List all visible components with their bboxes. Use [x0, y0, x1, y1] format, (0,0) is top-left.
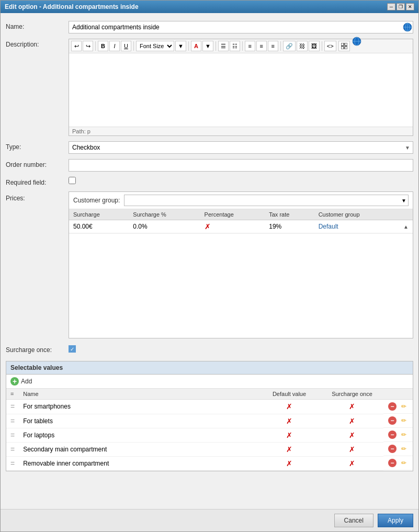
- separator-3: [188, 41, 189, 51]
- col-drag: =: [6, 389, 19, 400]
- row-actions: − ✏: [383, 442, 413, 456]
- name-input[interactable]: [69, 21, 413, 33]
- italic-button[interactable]: I: [109, 41, 120, 51]
- row-surcharge-once: ✗: [321, 442, 383, 456]
- restore-button[interactable]: ❐: [397, 3, 405, 10]
- edit-button[interactable]: ✏: [399, 444, 409, 454]
- close-button[interactable]: ✕: [406, 3, 414, 10]
- rte-toolbar: ↩ ↪ B I U Font Size 8 10 12 14: [69, 39, 413, 53]
- separator-5: [242, 41, 243, 51]
- prices-row-scroll-up[interactable]: ▲: [403, 224, 409, 230]
- drag-handle-icon[interactable]: =: [10, 431, 15, 439]
- header-actions: [399, 209, 413, 220]
- rte-path: Path: p: [69, 127, 413, 135]
- delete-icon: −: [388, 402, 397, 411]
- redo-button[interactable]: ↪: [83, 41, 93, 51]
- selectable-table-header: = Name Default value Surcharge once: [6, 389, 413, 400]
- header-tax-rate: Tax rate: [265, 209, 314, 220]
- underline-button[interactable]: U: [121, 41, 131, 51]
- delete-button[interactable]: −: [388, 444, 397, 454]
- drag-handle-icon[interactable]: =: [10, 417, 15, 425]
- required-field-wrapper: [69, 177, 413, 186]
- delete-button[interactable]: −: [388, 458, 397, 468]
- row-default-value: ✗: [258, 428, 321, 442]
- customer-group-select-wrapper: Default ▼: [124, 195, 409, 206]
- delete-icon: −: [388, 431, 397, 439]
- bg-color-button[interactable]: ▼: [202, 41, 213, 51]
- row-default-value: ✗: [258, 456, 321, 470]
- svg-rect-6: [341, 47, 344, 49]
- ul-button[interactable]: ☰: [218, 41, 229, 51]
- separator-4: [216, 41, 216, 51]
- drag-handle-icon[interactable]: =: [10, 459, 15, 468]
- align-left-button[interactable]: ≡: [245, 41, 255, 51]
- cell-surcharge: 50.00€: [69, 220, 129, 233]
- source-button[interactable]: <>: [324, 41, 336, 51]
- edit-icon: ✏: [400, 402, 408, 411]
- svg-rect-4: [341, 43, 344, 46]
- link-button[interactable]: 🔗: [283, 41, 296, 51]
- cancel-button[interactable]: Cancel: [334, 514, 373, 527]
- row-name: For smartphones: [19, 400, 258, 414]
- prices-row: Prices: Customer group: Default ▼: [1, 189, 418, 341]
- font-size-dropdown[interactable]: ▼: [175, 41, 186, 51]
- row-surcharge-once: ✗: [321, 428, 383, 442]
- description-label: Description:: [6, 39, 69, 48]
- order-number-input[interactable]: [69, 159, 413, 172]
- unlink-button[interactable]: ⛓: [297, 41, 308, 51]
- surcharge-once-checkbox[interactable]: ✓: [69, 345, 76, 353]
- delete-button[interactable]: −: [388, 430, 397, 439]
- edit-icon: ✏: [400, 445, 408, 453]
- main-window: Edit option - Additional compartments in…: [0, 0, 419, 532]
- type-select[interactable]: Checkbox Text Select Radio: [69, 141, 413, 154]
- selectable-table: = Name Default value Surcharge once = Fo…: [6, 389, 413, 471]
- image-button[interactable]: 🖼: [309, 41, 320, 51]
- row-name: For laptops: [19, 428, 258, 442]
- prices-table-row: 50.00€ 0.0% ✗ 19% Default ▲: [69, 220, 413, 233]
- customer-group-select[interactable]: Default: [124, 195, 409, 206]
- separator-6: [280, 41, 281, 51]
- separator-1: [95, 41, 96, 51]
- font-color-button[interactable]: A: [191, 41, 201, 51]
- drag-handle-cell: =: [6, 456, 19, 470]
- delete-button[interactable]: −: [388, 416, 397, 425]
- rte-body[interactable]: [69, 53, 413, 127]
- undo-button[interactable]: ↩: [71, 41, 82, 51]
- delete-button[interactable]: −: [388, 402, 397, 411]
- default-value-x: ✗: [286, 402, 292, 411]
- edit-button[interactable]: ✏: [399, 430, 409, 439]
- globe-icon[interactable]: [403, 22, 412, 32]
- add-button[interactable]: + Add: [10, 377, 32, 386]
- edit-icon: ✏: [400, 431, 408, 439]
- order-number-row: Order number:: [1, 156, 418, 174]
- required-field-label: Required field:: [6, 177, 69, 186]
- customer-group-row: Customer group: Default ▼: [69, 192, 413, 209]
- row-actions: − ✏: [383, 456, 413, 470]
- selectable-values-section: Selectable values + Add = Name Default v…: [6, 361, 413, 471]
- required-checkbox[interactable]: [69, 177, 76, 184]
- bold-button[interactable]: B: [98, 41, 108, 51]
- rte-globe-icon[interactable]: [352, 37, 361, 46]
- window-title: Edit option - Additional compartments in…: [5, 3, 139, 10]
- align-right-button[interactable]: ≡: [268, 41, 278, 51]
- col-actions: [383, 389, 413, 400]
- order-number-field-wrapper: [69, 159, 413, 172]
- apply-button[interactable]: Apply: [378, 514, 413, 527]
- add-icon: +: [10, 377, 19, 386]
- row-actions: − ✏: [383, 414, 413, 428]
- align-center-button[interactable]: ≡: [256, 41, 267, 51]
- surcharge-once-row: Surcharge once: ✓: [1, 341, 418, 357]
- ol-button[interactable]: ☷: [230, 41, 240, 51]
- rich-text-editor: ↩ ↪ B I U Font Size 8 10 12 14: [69, 39, 413, 136]
- surcharge-once-label: Surcharge once:: [6, 344, 69, 354]
- drag-handle-icon[interactable]: =: [10, 402, 15, 411]
- edit-button[interactable]: ✏: [399, 458, 409, 468]
- edit-button[interactable]: ✏: [399, 402, 409, 411]
- col-name: Name: [19, 389, 258, 400]
- header-surcharge-pct: Surcharge %: [129, 209, 200, 220]
- edit-button[interactable]: ✏: [399, 416, 409, 425]
- fullscreen-button[interactable]: [338, 41, 350, 51]
- drag-handle-icon[interactable]: =: [10, 445, 15, 454]
- minimize-button[interactable]: ─: [387, 3, 395, 10]
- font-size-select[interactable]: Font Size 8 10 12 14 16 18 24: [136, 41, 174, 51]
